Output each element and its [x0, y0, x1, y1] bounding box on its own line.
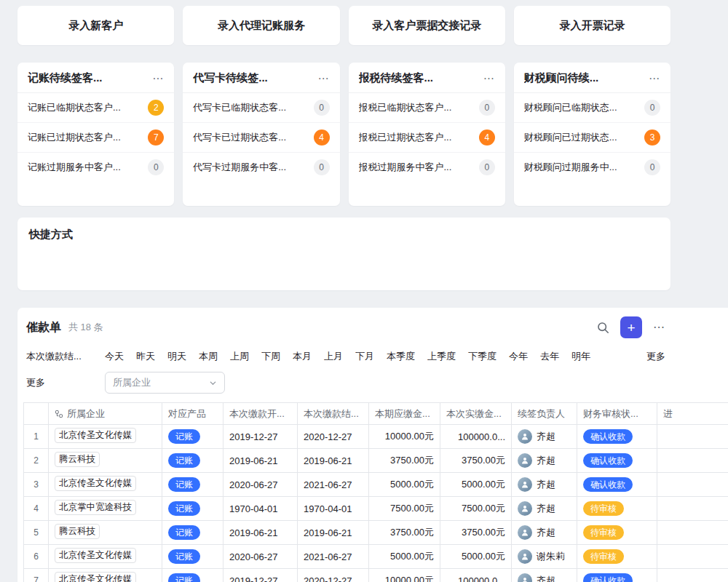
payment-end-cell[interactable]: 2021-06-27: [298, 473, 369, 497]
status-cell[interactable]: 待审核: [577, 497, 657, 521]
stat-item[interactable]: 记账已临期状态客户... 2: [17, 93, 174, 123]
payment-start-cell[interactable]: 2019-12-27: [223, 569, 298, 582]
amount-due-cell[interactable]: 3750.00元: [369, 521, 440, 545]
owner-header[interactable]: 续签负责人: [512, 403, 577, 425]
company-chip[interactable]: 北京传圣文化传媒: [55, 428, 136, 443]
owner-cell[interactable]: 齐超: [512, 425, 577, 449]
amount-paid-cell[interactable]: 7500.00元: [440, 497, 512, 521]
status-cell[interactable]: 待审核: [577, 521, 657, 545]
enter-new-customer-button[interactable]: 录入新客户: [17, 6, 174, 45]
owner-cell[interactable]: 齐超: [512, 569, 577, 582]
stat-item[interactable]: 代写卡过期服务中客... 0: [183, 153, 339, 182]
payment-start-cell[interactable]: 2019-06-21: [223, 521, 298, 545]
tab-last-week[interactable]: 上周: [230, 350, 249, 363]
table-row[interactable]: 6 北京传圣文化传媒 记账 2020-06-27 2021-06-27 5000…: [24, 545, 728, 569]
tab-this-month[interactable]: 本月: [293, 350, 312, 363]
table-row[interactable]: 7 北京传圣文化传媒 记账 2019-12-27 2020-12-27 1000…: [24, 569, 728, 582]
amount-due-cell[interactable]: 5000.00元: [369, 473, 440, 497]
status-cell[interactable]: 确认收款: [577, 425, 657, 449]
payment-start-cell[interactable]: 2019-12-27: [223, 425, 298, 449]
payment-start-cell[interactable]: 1970-04-01: [223, 497, 298, 521]
payment-start-cell[interactable]: 2019-06-21: [223, 449, 298, 473]
enter-bill-handover-button[interactable]: 录入客户票据交接记录: [349, 6, 505, 45]
owner-cell[interactable]: 谢朱莉: [512, 545, 577, 569]
company-chip[interactable]: 北京传圣文化传媒: [55, 548, 136, 563]
amount-due-cell[interactable]: 7500.00元: [369, 497, 440, 521]
enterprise-select[interactable]: 所属企业: [105, 372, 225, 394]
table-row[interactable]: 3 北京传圣文化传媒 记账 2020-06-27 2021-06-27 5000…: [24, 473, 728, 497]
search-icon[interactable]: [597, 322, 609, 334]
stat-item[interactable]: 财税顾问过期服务中... 0: [514, 153, 670, 182]
table-row[interactable]: 5 腾云科技 记账 2019-06-21 2019-06-21 3750.00元…: [24, 521, 728, 545]
tab-last-month[interactable]: 上月: [324, 350, 343, 363]
tab-this-year[interactable]: 今年: [509, 350, 528, 363]
enter-invoice-record-button[interactable]: 录入开票记录: [514, 6, 670, 45]
amount-paid-cell[interactable]: 5000.00元: [440, 545, 512, 569]
tab-next-month[interactable]: 下月: [355, 350, 374, 363]
status-cell[interactable]: 待审核: [577, 545, 657, 569]
status-cell[interactable]: 确认收款: [577, 473, 657, 497]
truncated-cell[interactable]: [657, 449, 728, 473]
more-icon[interactable]: ⋯: [152, 73, 164, 84]
product-header[interactable]: 对应产品: [162, 403, 223, 425]
stat-item[interactable]: 财税顾问已过期状态... 3: [514, 123, 670, 153]
stat-item[interactable]: 代写卡已过期状态客... 4: [183, 123, 339, 153]
truncated-cell[interactable]: [657, 569, 728, 582]
company-chip[interactable]: 腾云科技: [55, 524, 100, 539]
payment-end-cell[interactable]: 2020-12-27: [298, 569, 369, 582]
tab-next-year[interactable]: 明年: [571, 350, 590, 363]
company-header[interactable]: 所属企业: [49, 403, 162, 425]
truncated-cell[interactable]: [657, 545, 728, 569]
tab-next-quarter[interactable]: 下季度: [468, 350, 496, 363]
amount-paid-cell[interactable]: 5000.00元: [440, 473, 512, 497]
amount-due-cell[interactable]: 10000.00元: [369, 425, 440, 449]
amount-due-cell[interactable]: 3750.00元: [369, 449, 440, 473]
add-record-button[interactable]: +: [620, 316, 642, 338]
amount-paid-cell[interactable]: 3750.00元: [440, 521, 512, 545]
more-icon[interactable]: ⋯: [653, 322, 665, 333]
owner-cell[interactable]: 齐超: [512, 449, 577, 473]
payment-end-cell[interactable]: 2019-06-21: [298, 449, 369, 473]
tab-last-year[interactable]: 去年: [540, 350, 559, 363]
payment-end-cell[interactable]: 2021-06-27: [298, 545, 369, 569]
tab-next-week[interactable]: 下周: [261, 350, 280, 363]
stat-item[interactable]: 记账已过期状态客户... 7: [17, 123, 174, 153]
stat-item[interactable]: 财税顾问已临期状态... 0: [514, 93, 670, 123]
owner-cell[interactable]: 齐超: [512, 473, 577, 497]
payment-end-cell[interactable]: 2020-12-27: [298, 425, 369, 449]
tab-this-quarter[interactable]: 本季度: [387, 350, 415, 363]
tab-last-quarter[interactable]: 上季度: [427, 350, 456, 363]
more-icon[interactable]: ⋯: [318, 73, 330, 84]
truncated-column-header[interactable]: 进: [657, 403, 728, 425]
payment-start-cell[interactable]: 2020-06-27: [223, 473, 298, 497]
tab-tomorrow[interactable]: 明天: [167, 350, 186, 363]
truncated-cell[interactable]: [657, 521, 728, 545]
stat-item[interactable]: 报税过期服务中客户... 0: [349, 153, 505, 182]
tab-today[interactable]: 今天: [105, 350, 124, 363]
amount-paid-cell[interactable]: 100000.0...: [440, 425, 512, 449]
more-dates-link[interactable]: 更多: [646, 350, 665, 363]
table-row[interactable]: 1 北京传圣文化传媒 记账 2019-12-27 2020-12-27 1000…: [24, 425, 728, 449]
audit-status-header[interactable]: 财务审核状...: [577, 403, 657, 425]
company-chip[interactable]: 北京传圣文化传媒: [55, 572, 136, 582]
owner-cell[interactable]: 齐超: [512, 497, 577, 521]
stat-item[interactable]: 代写卡已临期状态客... 0: [183, 93, 339, 123]
payment-end-header[interactable]: 本次缴款结...: [298, 403, 369, 425]
more-filters-label[interactable]: 更多: [26, 376, 105, 389]
amount-due-header[interactable]: 本期应缴金...: [369, 403, 440, 425]
company-chip[interactable]: 腾云科技: [55, 452, 100, 467]
payment-start-cell[interactable]: 2020-06-27: [223, 545, 298, 569]
tab-this-week[interactable]: 本周: [199, 350, 218, 363]
payment-end-cell[interactable]: 1970-04-01: [298, 497, 369, 521]
owner-cell[interactable]: 齐超: [512, 521, 577, 545]
enter-bookkeeping-service-button[interactable]: 录入代理记账服务: [183, 6, 339, 45]
status-cell[interactable]: 确认收款: [577, 569, 657, 582]
table-row[interactable]: 2 腾云科技 记账 2019-06-21 2019-06-21 3750.00元…: [24, 449, 728, 473]
truncated-cell[interactable]: [657, 473, 728, 497]
amount-due-cell[interactable]: 10000.00元: [369, 569, 440, 582]
more-icon[interactable]: ⋯: [649, 73, 660, 84]
status-cell[interactable]: 确认收款: [577, 449, 657, 473]
company-chip[interactable]: 北京传圣文化传媒: [55, 476, 136, 491]
truncated-cell[interactable]: [657, 425, 728, 449]
company-chip[interactable]: 北京掌中宽途科技: [55, 500, 136, 515]
